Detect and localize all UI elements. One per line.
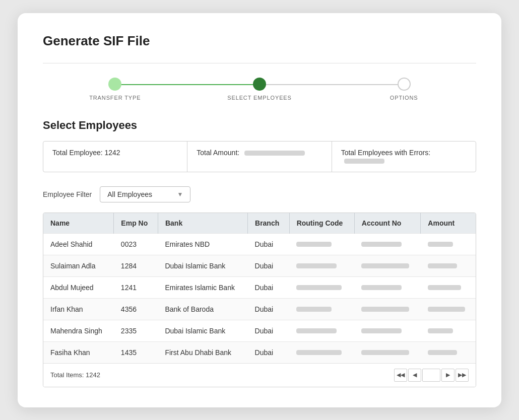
cell-account-no <box>354 341 421 363</box>
cell-emp-no: 1284 <box>114 255 158 276</box>
title-divider <box>43 63 476 63</box>
cell-emp-no: 2335 <box>114 320 158 341</box>
cell-branch: Dubai <box>248 233 290 255</box>
cell-routing-code <box>289 255 354 276</box>
total-items-text: Total Items: 1242 <box>50 371 100 379</box>
step-circle-3 <box>398 78 411 91</box>
total-amount-value <box>244 151 305 156</box>
cell-name: Abdul Mujeed <box>43 276 114 298</box>
first-page-button[interactable]: ◀◀ <box>394 369 407 382</box>
total-employee-label: Total Employee: <box>52 149 103 157</box>
cell-bank: Emirates Islamic Bank <box>158 276 247 298</box>
total-amount-label: Total Amount: <box>197 149 239 157</box>
chevron-down-icon: ▼ <box>177 191 183 198</box>
cell-amount <box>421 255 476 276</box>
cell-branch: Dubai <box>248 255 290 276</box>
cell-routing-code <box>289 276 354 298</box>
table-row: Adeel Shahid 0023 Emirates NBD Dubai <box>43 233 476 255</box>
step-label-1: TRANSFER TYPE <box>89 95 141 101</box>
total-errors-label: Total Employees with Errors: <box>341 149 430 157</box>
cell-bank: Dubai Islamic Bank <box>158 255 247 276</box>
main-card: Generate SIF File TRANSFER TYPE SELECT E… <box>18 13 501 407</box>
summary-total-amount: Total Amount: <box>187 142 332 172</box>
section-title: Select Employees <box>43 119 476 132</box>
cell-branch: Dubai <box>248 341 290 363</box>
cell-account-no <box>354 233 421 255</box>
step-transfer-type: TRANSFER TYPE <box>43 78 187 101</box>
filter-selected-value: All Employees <box>107 190 152 198</box>
stepper: TRANSFER TYPE SELECT EMPLOYEES OPTIONS <box>43 78 476 101</box>
cell-routing-code <box>289 298 354 320</box>
cell-amount <box>421 341 476 363</box>
step-circle-2 <box>253 78 266 91</box>
cell-account-no <box>354 255 421 276</box>
cell-name: Mahendra Singh <box>43 320 114 341</box>
cell-name: Adeel Shahid <box>43 233 114 255</box>
cell-name: Irfan Khan <box>43 298 114 320</box>
cell-bank: Emirates NBD <box>158 233 247 255</box>
next-page-button[interactable]: ▶ <box>441 369 455 382</box>
cell-branch: Dubai <box>248 276 290 298</box>
col-bank: Bank <box>158 213 247 234</box>
cell-amount <box>421 276 476 298</box>
cell-branch: Dubai <box>248 298 290 320</box>
page-number-input[interactable] <box>422 369 440 382</box>
cell-amount <box>421 298 476 320</box>
cell-bank: Dubai Islamic Bank <box>158 320 247 341</box>
filter-row: Employee Filter All Employees ▼ <box>43 186 476 202</box>
cell-routing-code <box>289 320 354 341</box>
col-name: Name <box>43 213 114 234</box>
summary-total-errors: Total Employees with Errors: <box>332 142 476 172</box>
cell-emp-no: 1435 <box>114 341 158 363</box>
page-title: Generate SIF File <box>43 33 476 49</box>
cell-name: Sulaiman Adla <box>43 255 114 276</box>
cell-branch: Dubai <box>248 320 290 341</box>
step-label-3: OPTIONS <box>390 95 418 101</box>
summary-bar: Total Employee: 1242 Total Amount: Total… <box>43 141 476 172</box>
cell-emp-no: 4356 <box>114 298 158 320</box>
total-employee-value: 1242 <box>105 149 120 157</box>
col-emp-no: Emp No <box>114 213 158 234</box>
cell-bank: Bank of Baroda <box>158 298 247 320</box>
cell-routing-code <box>289 341 354 363</box>
table-footer: Total Items: 1242 ◀◀ ◀ ▶ ▶▶ <box>43 363 476 387</box>
total-errors-value <box>344 159 384 164</box>
table-row: Fasiha Khan 1435 First Abu Dhabi Bank Du… <box>43 341 476 363</box>
col-amount: Amount <box>421 213 476 234</box>
summary-total-employee: Total Employee: 1242 <box>43 142 187 172</box>
col-routing-code: Routing Code <box>289 213 354 234</box>
col-branch: Branch <box>248 213 290 234</box>
cell-account-no <box>354 320 421 341</box>
table-row: Sulaiman Adla 1284 Dubai Islamic Bank Du… <box>43 255 476 276</box>
cell-account-no <box>354 276 421 298</box>
table-row: Abdul Mujeed 1241 Emirates Islamic Bank … <box>43 276 476 298</box>
step-circle-1 <box>108 78 121 91</box>
cell-account-no <box>354 298 421 320</box>
employee-filter-dropdown[interactable]: All Employees ▼ <box>100 186 190 202</box>
table-row: Irfan Khan 4356 Bank of Baroda Dubai <box>43 298 476 320</box>
pagination-controls[interactable]: ◀◀ ◀ ▶ ▶▶ <box>394 369 469 382</box>
cell-emp-no: 1241 <box>114 276 158 298</box>
cell-routing-code <box>289 233 354 255</box>
employees-table: Name Emp No Bank Branch Routing Code Acc… <box>43 213 476 387</box>
col-account-no: Account No <box>354 213 421 234</box>
cell-amount <box>421 320 476 341</box>
table-header-row: Name Emp No Bank Branch Routing Code Acc… <box>43 213 476 234</box>
step-select-employees: SELECT EMPLOYEES <box>187 78 332 101</box>
last-page-button[interactable]: ▶▶ <box>456 369 469 382</box>
cell-name: Fasiha Khan <box>43 341 114 363</box>
step-options: OPTIONS <box>332 78 476 101</box>
cell-emp-no: 0023 <box>114 233 158 255</box>
table-row: Mahendra Singh 2335 Dubai Islamic Bank D… <box>43 320 476 341</box>
prev-page-button[interactable]: ◀ <box>408 369 421 382</box>
cell-bank: First Abu Dhabi Bank <box>158 341 247 363</box>
filter-label: Employee Filter <box>43 190 92 198</box>
step-label-2: SELECT EMPLOYEES <box>227 95 292 101</box>
cell-amount <box>421 233 476 255</box>
